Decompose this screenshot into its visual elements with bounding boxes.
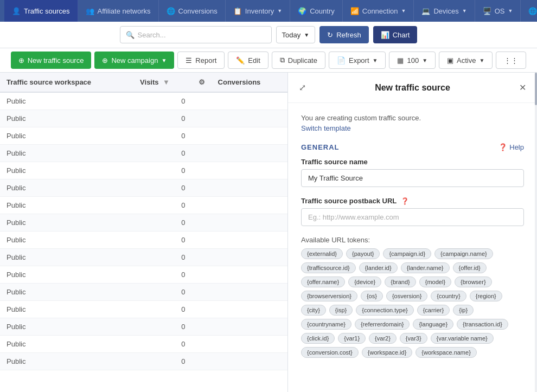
url-token[interactable]: {workspace.id} <box>362 347 413 358</box>
new-campaign-button[interactable]: ⊕ New campaign ▼ <box>94 52 174 69</box>
table-row[interactable]: Public 0 <box>0 145 287 162</box>
table-row[interactable]: Public 0 <box>0 353 287 370</box>
url-token[interactable]: {trafficsource.id} <box>301 262 356 273</box>
url-token[interactable]: {osversion} <box>386 291 427 301</box>
table-row[interactable]: Public 0 <box>0 214 287 232</box>
col-settings[interactable]: ⚙ <box>192 73 212 92</box>
count-button[interactable]: ▦ 100 ▼ <box>389 52 436 69</box>
url-token[interactable]: {offer.name} <box>301 277 345 287</box>
table-row[interactable]: Public 0 <box>0 266 287 284</box>
url-token[interactable]: {isp} <box>329 305 353 316</box>
cell-visits: 0 <box>133 162 192 179</box>
nav-item-connection[interactable]: 📶Connection▼ <box>343 0 414 22</box>
caret-down-icon: ▼ <box>161 57 167 63</box>
url-token[interactable]: {country} <box>431 291 466 301</box>
table-row[interactable]: Public 0 <box>0 92 287 110</box>
cell-conversions <box>212 249 287 266</box>
url-token[interactable]: {click.id} <box>301 333 335 344</box>
url-token[interactable]: {model} <box>419 277 451 287</box>
close-panel-button[interactable]: ✕ <box>517 80 528 95</box>
table-row[interactable]: Public 0 <box>0 127 287 145</box>
cell-settings <box>192 318 212 336</box>
new-traffic-source-button[interactable]: ⊕ New traffic source <box>11 52 92 69</box>
url-token[interactable]: {countryname} <box>301 319 351 330</box>
nav-item-country[interactable]: 🌍Country <box>290 0 343 22</box>
cell-settings <box>192 266 212 284</box>
table-row[interactable]: Public 0 <box>0 110 287 127</box>
caret-icon: ▼ <box>304 32 309 38</box>
url-token[interactable]: {var2} <box>369 333 397 344</box>
table-row[interactable]: Public 0 <box>0 162 287 179</box>
url-token[interactable]: {connection.type} <box>356 305 413 316</box>
active-button[interactable]: ▣ Active ▼ <box>439 52 493 69</box>
chart-button[interactable]: 📊 Chart <box>373 26 418 43</box>
cell-visits: 0 <box>133 284 192 301</box>
url-token[interactable]: {campaign.name} <box>434 248 493 259</box>
url-token[interactable]: {ip} <box>453 305 474 316</box>
url-token[interactable]: {campaign.id} <box>383 248 431 259</box>
table-row[interactable]: Public 0 <box>0 232 287 249</box>
columns-button[interactable]: ⋮⋮ <box>496 52 526 69</box>
url-token[interactable]: {transaction.id} <box>457 319 508 330</box>
export-icon: 📄 <box>337 56 346 65</box>
action-bar: ⊕ New traffic source ⊕ New campaign ▼ ☰ … <box>0 48 537 73</box>
table-row[interactable]: Public 0 <box>0 336 287 353</box>
url-token[interactable]: {payout} <box>346 248 380 259</box>
table-row[interactable]: Public 0 <box>0 249 287 266</box>
cell-settings <box>192 110 212 127</box>
url-token[interactable]: {lander.id} <box>359 262 398 273</box>
postback-url-input[interactable] <box>301 208 524 226</box>
nav-item-os[interactable]: 🖥️OS▼ <box>475 0 521 22</box>
url-token[interactable]: {var1} <box>338 333 366 344</box>
url-token[interactable]: {browserversion} <box>301 291 357 301</box>
settings-icon[interactable]: ⚙ <box>199 78 205 86</box>
refresh-button[interactable]: ↻ Refresh <box>319 26 369 43</box>
url-token[interactable]: {workspace.name} <box>415 347 477 358</box>
edit-button[interactable]: ✏️ Edit <box>228 52 268 69</box>
report-button[interactable]: ☰ Report <box>177 52 225 69</box>
duplicate-button[interactable]: ⧉ Duplicate <box>272 52 325 69</box>
table-row[interactable]: Public 0 <box>0 318 287 336</box>
help-link[interactable]: ❓ Help <box>498 143 524 151</box>
expand-panel-button[interactable]: ⤢ <box>297 80 308 95</box>
nav-item-browsers[interactable]: 🌐Browsers▼ <box>521 0 537 22</box>
cell-visits: 0 <box>133 336 192 353</box>
url-token[interactable]: {region} <box>470 291 502 301</box>
traffic-source-name-input[interactable] <box>301 169 524 187</box>
search-box[interactable]: 🔍 <box>120 26 272 43</box>
table-row[interactable]: Public 0 <box>0 197 287 214</box>
table-row[interactable]: Public 0 <box>0 284 287 301</box>
nav-item-inventory[interactable]: 📋Inventory▼ <box>226 0 290 22</box>
url-token[interactable]: {externalid} <box>301 248 343 259</box>
url-token[interactable]: {carrier} <box>417 305 450 316</box>
url-token[interactable]: {language} <box>413 319 453 330</box>
date-select[interactable]: Today ▼ <box>276 26 316 43</box>
switch-template-link[interactable]: Switch template <box>301 124 351 132</box>
url-token[interactable]: {referrerdomain} <box>355 319 410 330</box>
cell-visits: 0 <box>133 127 192 145</box>
url-token[interactable]: {os} <box>361 291 383 301</box>
url-token[interactable]: {var3} <box>400 333 427 344</box>
url-token[interactable]: {var.variable name} <box>431 333 494 344</box>
nav-item-traffic-sources[interactable]: 👤Traffic sources <box>4 0 78 22</box>
cell-workspace: Public <box>0 110 133 127</box>
export-button[interactable]: 📄 Export ▼ <box>329 52 386 69</box>
url-token[interactable]: {conversion.cost} <box>301 347 359 358</box>
cell-workspace: Public <box>0 145 133 162</box>
nav-item-devices[interactable]: 💻Devices▼ <box>414 0 475 22</box>
nav-item-conversions[interactable]: 🌐Conversions <box>159 0 226 22</box>
url-token[interactable]: {browser} <box>455 277 491 287</box>
url-token[interactable]: {device} <box>348 277 381 287</box>
col-visits[interactable]: Visits ▼ <box>133 73 192 92</box>
url-token[interactable]: {brand} <box>385 277 415 287</box>
url-token[interactable]: {offer.id} <box>453 262 487 273</box>
table-row[interactable]: Public 0 <box>0 179 287 197</box>
url-token[interactable]: {lander.name} <box>401 262 450 273</box>
table-row[interactable]: Public 0 <box>0 301 287 318</box>
url-token[interactable]: {city} <box>301 305 326 316</box>
help-icon: ❓ <box>498 143 507 151</box>
nav-icon-country: 🌍 <box>298 7 306 15</box>
nav-item-affiliate-networks[interactable]: 👥Affiliate networks <box>78 0 159 22</box>
search-input[interactable] <box>138 31 266 39</box>
search-icon: 🔍 <box>126 31 135 39</box>
